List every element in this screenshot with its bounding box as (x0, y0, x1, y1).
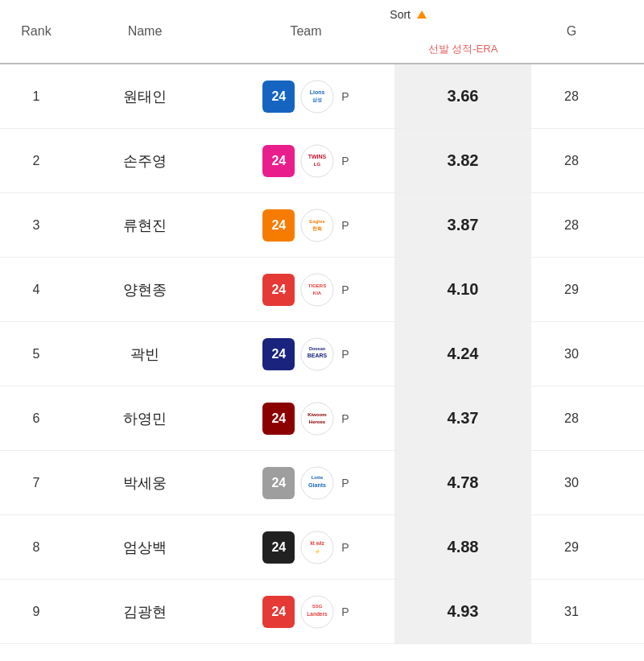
svg-text:Giants: Giants (308, 482, 326, 488)
position-label: P (341, 412, 349, 425)
col-era-placeholder (394, 24, 531, 39)
team-logo: KiwoomHeroes (299, 401, 335, 436)
rank-cell: 7 (0, 476, 72, 490)
team-number: 24 (262, 274, 295, 306)
era-cell: 4.37 (394, 386, 531, 450)
sort-row: Sort (0, 0, 644, 24)
g-cell: 29 (531, 283, 612, 297)
svg-text:BEARS: BEARS (308, 353, 328, 358)
rank-cell: 6 (0, 411, 72, 426)
team-logo: Lions삼성 (299, 79, 335, 114)
era-cell: 3.87 (394, 193, 531, 257)
svg-text:Lions: Lions (310, 89, 325, 95)
svg-text:Heroes: Heroes (309, 419, 326, 424)
svg-point-3 (301, 145, 333, 177)
svg-text:삼성: 삼성 (312, 97, 322, 102)
era-cell: 3.66 (394, 64, 531, 128)
name-cell: 하영민 (72, 409, 217, 428)
svg-text:Lotte: Lotte (312, 475, 324, 480)
col-team: Team (217, 24, 394, 39)
sort-label: Sort (390, 8, 411, 21)
position-label: P (341, 155, 349, 167)
team-number: 24 (262, 145, 295, 177)
team-cell: 24 TIGERSKIA P (217, 272, 394, 308)
team-cell: 24 TWINSLG P (217, 143, 394, 179)
table-row: 4 양현종 24 TIGERSKIA P 4.10 29 (0, 258, 644, 322)
era-cell: 4.10 (394, 258, 531, 321)
era-cell: 4.24 (394, 322, 531, 386)
position-label: P (341, 90, 349, 103)
g-cell: 28 (531, 218, 612, 233)
g-cell: 31 (531, 605, 612, 619)
rank-cell: 3 (0, 218, 72, 233)
position-label: P (341, 219, 349, 232)
g-cell: 30 (531, 476, 612, 490)
svg-text:TIGERS: TIGERS (308, 283, 326, 288)
team-logo: SSGLanders (299, 594, 335, 630)
rank-cell: 8 (0, 540, 72, 555)
table-body: 1 원태인 24 Lions삼성 P 3.66 28 2 손주영 24 TWIN… (0, 64, 644, 644)
name-cell: 류현진 (72, 216, 217, 235)
team-number: 24 (262, 209, 295, 242)
svg-text:Eagles: Eagles (310, 219, 326, 224)
table-row: 8 엄상백 24 kt wiz⚡ P 4.88 29 (0, 515, 644, 580)
era-label-row: 선발 성적-ERA (0, 42, 644, 64)
g-cell: 30 (531, 347, 612, 361)
team-number: 24 (262, 338, 295, 370)
era-cell: 3.82 (394, 129, 531, 192)
position-label: P (341, 477, 349, 490)
svg-point-0 (301, 81, 333, 113)
team-number: 24 (262, 403, 295, 435)
g-cell: 29 (531, 540, 612, 555)
svg-text:한화: 한화 (312, 226, 323, 231)
table-row: 2 손주영 24 TWINSLG P 3.82 28 (0, 129, 644, 193)
rank-cell: 4 (0, 283, 72, 297)
table-row: 9 김광현 24 SSGLanders P 4.93 31 (0, 580, 644, 644)
position-label: P (341, 541, 349, 554)
era-cell: 4.78 (394, 451, 531, 514)
rank-cell: 1 (0, 89, 72, 104)
col-g: G (531, 24, 612, 39)
table-row: 3 류현진 24 Eagles한화 P 3.87 28 (0, 193, 644, 258)
name-cell: 원태인 (72, 87, 217, 106)
sort-button[interactable]: Sort (390, 8, 427, 21)
svg-text:⚡: ⚡ (315, 548, 320, 555)
table-row: 1 원태인 24 Lions삼성 P 3.66 28 (0, 64, 644, 129)
team-cell: 24 DoosanBEARS P (217, 337, 394, 372)
svg-text:Kiwoom: Kiwoom (308, 412, 327, 417)
svg-point-6 (301, 209, 333, 242)
team-cell: 24 Lions삼성 P (217, 79, 394, 114)
svg-point-21 (301, 531, 333, 564)
svg-text:kt wiz: kt wiz (310, 540, 324, 546)
rank-cell: 5 (0, 347, 72, 361)
team-number: 24 (262, 531, 295, 564)
name-cell: 손주영 (72, 151, 217, 171)
g-cell: 28 (531, 154, 612, 168)
name-cell: 곽빈 (72, 345, 217, 364)
team-number: 24 (262, 467, 295, 499)
svg-text:TWINS: TWINS (308, 154, 327, 159)
svg-point-15 (301, 403, 333, 435)
g-cell: 28 (531, 411, 612, 426)
rank-cell: 9 (0, 605, 72, 619)
team-cell: 24 SSGLanders P (217, 594, 394, 630)
name-cell: 박세웅 (72, 473, 217, 493)
team-logo: DoosanBEARS (299, 337, 335, 372)
team-cell: 24 Eagles한화 P (217, 208, 394, 243)
g-cell: 28 (531, 89, 612, 104)
team-cell: 24 kt wiz⚡ P (217, 530, 394, 565)
col-rank: Rank (0, 24, 72, 39)
position-label: P (341, 605, 349, 618)
sort-triangle-icon (417, 10, 427, 19)
team-logo: LotteGiants (299, 465, 335, 501)
position-label: P (341, 283, 349, 296)
rank-cell: 2 (0, 154, 72, 168)
table-row: 5 곽빈 24 DoosanBEARS P 4.24 30 (0, 322, 644, 386)
svg-text:Doosan: Doosan (309, 346, 326, 351)
team-cell: 24 KiwoomHeroes P (217, 401, 394, 436)
column-headers: Rank Name Team G (0, 24, 644, 42)
era-cell: 4.93 (394, 580, 531, 643)
team-number: 24 (262, 81, 295, 113)
name-cell: 양현종 (72, 280, 217, 300)
era-label: 선발 성적-ERA (394, 42, 531, 56)
